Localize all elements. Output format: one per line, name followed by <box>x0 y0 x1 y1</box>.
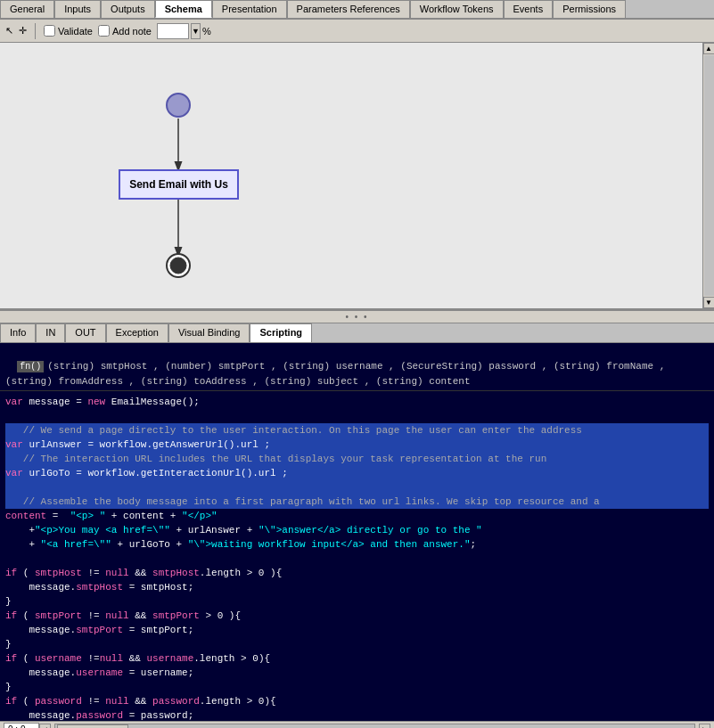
zoom-dropdown-button[interactable]: ▼ <box>191 23 201 39</box>
tab-general[interactable]: General <box>0 0 54 18</box>
svg-point-2 <box>167 94 190 117</box>
code-line-2 <box>5 409 709 423</box>
code-line-4: var urlAnswer = workflow.getAnswerUrl().… <box>5 438 709 452</box>
code-line-1: var message = new EmailMessage(); <box>5 395 709 409</box>
tab-permissions[interactable]: Permissions <box>553 0 626 18</box>
code-line-20: message.username = username; <box>5 666 709 680</box>
tab-parameters-references[interactable]: Parameters References <box>287 0 410 18</box>
tab-presentation[interactable]: Presentation <box>212 0 287 18</box>
schema-canvas: Send Email with Us ▲ ▼ <box>0 43 714 310</box>
move-tool-button[interactable]: ✛ <box>19 25 27 37</box>
tab-outputs[interactable]: Outputs <box>101 0 155 18</box>
tab-schema[interactable]: Schema <box>155 0 212 18</box>
code-line-16: if ( smtpPort != null && smtpPort > 0 ){ <box>5 609 709 623</box>
zoom-control: 100 ▼ % <box>157 23 211 39</box>
tab-in[interactable]: IN <box>36 323 65 342</box>
position-coords: 0 : 0 <box>4 723 39 728</box>
toolbar-separator <box>35 23 36 39</box>
resize-dots: • • • <box>345 312 368 322</box>
code-editor[interactable]: var message = new EmailMessage(); // We … <box>0 391 714 721</box>
position-bar: 0 : 0 ◄ ► <box>0 721 714 728</box>
validate-checkbox-input[interactable] <box>44 25 55 37</box>
params-text: (string) smtpHost , (number) smtpPort , … <box>5 361 671 387</box>
code-line-18: } <box>5 637 709 651</box>
add-note-checkbox-input[interactable] <box>98 25 110 37</box>
pointer-tool-button[interactable]: ↖ <box>5 25 13 37</box>
diagram-area: Send Email with Us <box>0 43 702 308</box>
params-line: fn()(string) smtpHost , (number) smtpPor… <box>0 343 714 391</box>
code-line-3: // We send a page directly to the user i… <box>5 423 709 438</box>
zoom-unit: % <box>202 26 211 37</box>
code-line-21: } <box>5 680 709 694</box>
h-scroll-right-button[interactable]: ► <box>699 724 710 729</box>
code-line-22: if ( password != null && password.length… <box>5 694 709 708</box>
code-line-5: // The interaction URL includes the URL … <box>5 452 709 466</box>
scroll-up-button[interactable]: ▲ <box>703 43 715 54</box>
schema-scrollbar-right: ▲ ▼ <box>702 43 714 308</box>
validate-label: Validate <box>58 26 93 37</box>
add-note-checkbox[interactable]: Add note <box>98 25 152 37</box>
tab-inputs[interactable]: Inputs <box>54 0 101 18</box>
diagram-svg <box>0 43 702 308</box>
h-scroll-thumb[interactable] <box>57 724 128 729</box>
end-circle <box>165 252 192 279</box>
add-note-label: Add note <box>112 26 152 37</box>
resize-handle[interactable]: • • • <box>0 310 714 323</box>
code-line-14: message.smtpHost = smtpHost; <box>5 580 709 594</box>
code-line-17: message.smtpPort = smtpPort; <box>5 623 709 637</box>
code-line-13: if ( smtpHost != null && smtpHost.length… <box>5 566 709 580</box>
params-icon: fn() <box>17 361 44 372</box>
code-line-23: message.password = password; <box>5 708 709 721</box>
h-scroll-track[interactable] <box>54 724 695 729</box>
validate-checkbox[interactable]: Validate <box>44 25 93 37</box>
move-icon: ✛ <box>19 25 27 37</box>
start-circle <box>165 92 192 119</box>
tab-exception[interactable]: Exception <box>106 323 168 342</box>
pointer-icon: ↖ <box>5 25 13 37</box>
code-line-10: +"<p>You may <a href=\"" + urlAnswer + "… <box>5 523 709 537</box>
top-tab-bar: General Inputs Outputs Schema Presentati… <box>0 0 714 20</box>
code-line-19: if ( username !=null && username.length … <box>5 651 709 666</box>
bottom-tab-bar: Info IN OUT Exception Visual Binding Scr… <box>0 323 714 343</box>
tab-out[interactable]: OUT <box>65 323 105 342</box>
task-label: Send Email with Us <box>129 178 228 191</box>
code-line-8: // Assemble the body message into a firs… <box>5 495 709 509</box>
code-line-12 <box>5 552 709 566</box>
tab-visual-binding[interactable]: Visual Binding <box>168 323 250 342</box>
zoom-input[interactable]: 100 <box>157 23 189 39</box>
code-line-11: + "<a href=\"" + urlGoTo + "\">waiting w… <box>5 537 709 552</box>
code-line-7 <box>5 480 709 495</box>
task-box[interactable]: Send Email with Us <box>119 169 239 200</box>
schema-toolbar: ↖ ✛ Validate Add note 100 ▼ % <box>0 20 714 43</box>
h-scroll-left-button[interactable]: ◄ <box>39 724 51 729</box>
tab-info[interactable]: Info <box>0 323 36 342</box>
code-line-15: } <box>5 594 709 609</box>
code-line-9: content = "<p> " + content + "</p>" <box>5 509 709 523</box>
svg-point-4 <box>170 258 186 274</box>
tab-events[interactable]: Events <box>504 0 554 18</box>
scroll-down-button[interactable]: ▼ <box>703 297 715 308</box>
tab-workflow-tokens[interactable]: Workflow Tokens <box>410 0 504 18</box>
tab-scripting[interactable]: Scripting <box>250 323 312 342</box>
code-line-6: var urlGoTo = workflow.getInteractionUrl… <box>5 466 709 480</box>
